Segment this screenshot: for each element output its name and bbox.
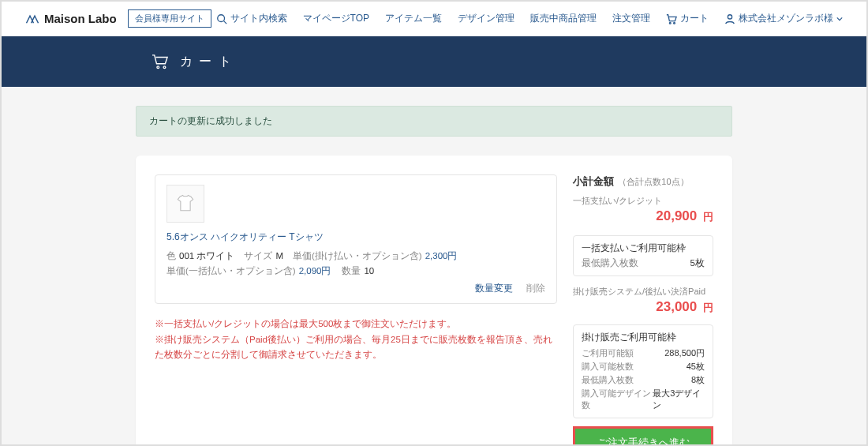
size-value: M: [275, 251, 283, 260]
amount2-value: 23,000: [656, 299, 697, 314]
unit2-label: 単価(一括払い・オプション含): [166, 265, 296, 277]
cart-hero-icon: [152, 54, 169, 69]
content-area: カートの更新に成功しました 5.6オンス ハイクオリティー Tシャツ 色 001…: [2, 87, 866, 446]
color-label: 色: [166, 250, 176, 262]
chevron-down-icon: [836, 16, 843, 22]
limit2-row-3: 購入可能デザイン数最大3デザイン: [582, 388, 705, 411]
nav-mypage[interactable]: マイページTOP: [303, 12, 369, 25]
nav-cart[interactable]: カート: [666, 12, 709, 25]
user-icon: [724, 13, 735, 24]
limit-box-1: 一括支払いご利用可能枠 最低購入枚数 5枚: [573, 235, 713, 276]
nav-orders[interactable]: 注文管理: [612, 12, 650, 25]
limit2-r3v: 最大3デザイン: [653, 388, 705, 411]
limit2-r2v: 8枚: [691, 374, 705, 386]
tshirt-icon: [174, 193, 196, 215]
nav-items-label: アイテム一覧: [385, 12, 442, 25]
nav-selling-label: 販売中商品管理: [530, 12, 597, 25]
note-line-1: ※一括支払い/クレジットの場合は最大500枚まで御注文いただけます。: [155, 317, 557, 332]
nav-cart-label: カート: [680, 12, 709, 25]
cart-icon: [666, 13, 677, 24]
yen-1: 円: [703, 211, 713, 223]
limit2-row-1: 購入可能枚数45枚: [582, 361, 705, 373]
subtotal-header: 小計金額 （合計点数10点）: [573, 174, 713, 189]
limit1-row: 最低購入枚数 5枚: [582, 257, 705, 269]
subtotal-amount-1: 20,900 円: [573, 208, 713, 224]
unit1-label: 単価(掛け払い・オプション含): [293, 250, 422, 262]
product-thumbnail[interactable]: [166, 185, 204, 223]
nav-search-label: サイト内検索: [230, 12, 287, 25]
page-hero: カ ー ト: [2, 36, 866, 87]
logo-icon: [25, 13, 39, 24]
svg-point-4: [157, 66, 159, 69]
limit2-row-0: ご利用可能額288,500円: [582, 347, 705, 359]
product-meta: 色 001 ホワイト サイズ M 単価(掛け払い・オプション含) 2,300円 …: [166, 250, 545, 277]
svg-point-5: [163, 66, 166, 69]
checkout-highlight: ご注文手続きへ進む: [573, 426, 713, 446]
svg-point-0: [217, 14, 224, 21]
limit1-row-k: 最低購入枚数: [582, 257, 638, 269]
nav-design-label: デザイン管理: [458, 12, 514, 25]
main-nav: サイト内検索 マイページTOP アイテム一覧 デザイン管理 販売中商品管理 注文…: [216, 12, 843, 25]
limit2-r0k: ご利用可能額: [582, 347, 634, 359]
pay-once-label: 一括支払い/クレジット: [573, 195, 713, 207]
cart-item: 5.6オンス ハイクオリティー Tシャツ 色 001 ホワイト サイズ M 単価…: [155, 174, 557, 304]
checkout-button[interactable]: ご注文手続きへ進む: [575, 429, 711, 446]
brand-name: Maison Labo: [44, 12, 117, 25]
qty-change-link[interactable]: 数量変更: [475, 283, 513, 294]
nav-design[interactable]: デザイン管理: [458, 12, 514, 25]
limit2-r0v: 288,500円: [664, 347, 705, 359]
nav-user-label: 株式会社メゾンラボ様: [739, 12, 833, 25]
nav-selling[interactable]: 販売中商品管理: [530, 12, 597, 25]
member-badge: 会員様専用サイト: [128, 9, 211, 28]
svg-point-3: [728, 14, 731, 18]
cart-card: 5.6オンス ハイクオリティー Tシャツ 色 001 ホワイト サイズ M 単価…: [136, 156, 732, 446]
limit2-r3k: 購入可能デザイン数: [582, 388, 653, 411]
color-value: 001 ホワイト: [179, 250, 234, 262]
page-title: カ ー ト: [180, 54, 233, 70]
note-line-2: ※掛け販売システム（Paid後払い）ご利用の場合、毎月25日までに販売枚数を報告…: [155, 332, 557, 363]
cart-summary: 小計金額 （合計点数10点） 一括支払い/クレジット 20,900 円 一括支払…: [573, 174, 713, 446]
remove-link[interactable]: 削除: [526, 283, 545, 294]
limit-box-2: 掛け販売ご利用可能枠 ご利用可能額288,500円 購入可能枚数45枚 最低購入…: [573, 324, 713, 418]
unit1-value: 2,300円: [425, 250, 458, 262]
nav-orders-label: 注文管理: [612, 12, 650, 25]
limit2-row-2: 最低購入枚数8枚: [582, 374, 705, 386]
nav-mypage-label: マイページTOP: [303, 12, 369, 25]
brand-logo[interactable]: Maison Labo: [25, 12, 117, 25]
cart-left-column: 5.6オンス ハイクオリティー Tシャツ 色 001 ホワイト サイズ M 単価…: [155, 174, 557, 446]
size-label: サイズ: [244, 250, 272, 262]
limit1-row-v: 5枚: [690, 257, 705, 269]
subtotal-label: 小計金額: [573, 175, 614, 187]
top-bar: Maison Labo 会員様専用サイト サイト内検索 マイページTOP アイテ…: [2, 2, 866, 36]
product-actions: 数量変更 削除: [166, 282, 545, 295]
item-count: （合計点数10点）: [618, 177, 688, 186]
svg-point-2: [674, 22, 675, 24]
yen-2: 円: [703, 302, 713, 313]
limit2-r1v: 45枚: [687, 361, 705, 373]
success-alert: カートの更新に成功しました: [136, 106, 732, 137]
product-name[interactable]: 5.6オンス ハイクオリティー Tシャツ: [166, 230, 545, 244]
limit2-title: 掛け販売ご利用可能枠: [582, 332, 705, 343]
subtotal-amount-2: 23,000 円: [573, 299, 713, 315]
app-frame: Maison Labo 会員様専用サイト サイト内検索 マイページTOP アイテ…: [0, 0, 868, 446]
qty-label: 数量: [342, 265, 361, 277]
svg-point-1: [669, 22, 671, 24]
limit2-r1k: 購入可能枚数: [582, 361, 634, 373]
qty-value: 10: [364, 266, 374, 275]
sys-label: 掛け販売システム/後払い決済Paid: [573, 286, 713, 298]
search-icon: [216, 13, 227, 24]
amount1-value: 20,900: [656, 208, 697, 223]
nav-user-menu[interactable]: 株式会社メゾンラボ様: [724, 12, 843, 25]
nav-search[interactable]: サイト内検索: [216, 12, 287, 25]
nav-items[interactable]: アイテム一覧: [385, 12, 442, 25]
unit2-value: 2,090円: [299, 265, 331, 277]
limit2-r2k: 最低購入枚数: [582, 374, 634, 386]
limit1-title: 一括支払いご利用可能枠: [582, 242, 705, 254]
cart-notes: ※一括支払い/クレジットの場合は最大500枚まで御注文いただけます。 ※掛け販売…: [155, 317, 557, 363]
